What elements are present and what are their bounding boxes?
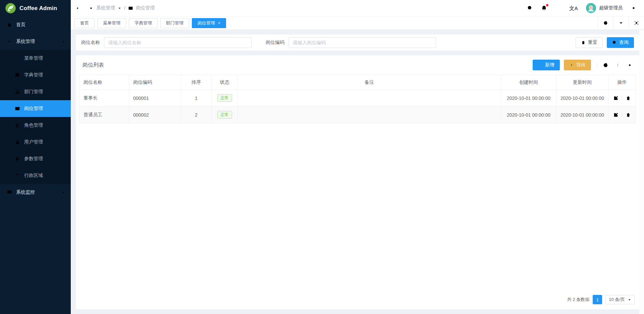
close-icon[interactable]: × <box>218 21 220 25</box>
search-form-card: 岗位名称 岗位编码 重置 查询 <box>76 35 639 51</box>
refresh-icon[interactable] <box>603 62 608 68</box>
brand-title: Coffee Admin <box>19 5 57 12</box>
sidebar-item-system-monitor[interactable]: 系统监控 <box>0 184 71 201</box>
sidebar-item-label: 行政区域 <box>24 173 43 179</box>
sidebar-item-department-management[interactable]: 部门管理 <box>0 83 71 100</box>
wrench-icon <box>15 156 20 162</box>
chevron-down-icon <box>61 190 65 194</box>
post-table: 岗位名称 岗位编码 排序 状态 备注 创建时间 更新时间 操作 董事长 <box>79 75 636 123</box>
column-settings-gear-icon[interactable] <box>627 62 633 68</box>
tab-label: 字典管理 <box>135 20 152 26</box>
post-list-card: 岗位列表 新增 导出 <box>76 55 639 309</box>
cell-status: 正常 <box>212 107 238 123</box>
tab-dictionary-management[interactable]: 字典管理 <box>129 18 158 28</box>
brand-logo[interactable]: Coffee Admin <box>0 0 71 16</box>
chevron-down-icon[interactable] <box>118 6 121 10</box>
cell-post-code: 000001 <box>129 90 181 107</box>
status-badge: 正常 <box>217 111 232 119</box>
tab-post-management[interactable]: 岗位管理 × <box>192 18 226 28</box>
sidebar-item-label: 系统管理 <box>16 39 35 45</box>
maximize-icon <box>634 20 639 25</box>
sidebar-item-label: 字典管理 <box>24 72 43 78</box>
page-1-button[interactable]: 1 <box>593 295 602 304</box>
avatar[interactable] <box>586 3 596 13</box>
edit-icon[interactable] <box>613 112 619 118</box>
table-row: 董事长 000001 1 正常 2020-10-01 00:00:00 2020… <box>79 90 636 107</box>
sidebar-item-label: 菜单管理 <box>24 55 43 61</box>
sidebar-item-label: 首页 <box>16 22 25 28</box>
tab-options-button[interactable] <box>613 16 629 29</box>
cell-sort: 1 <box>181 90 212 107</box>
cell-post-name: 普通员工 <box>79 107 129 123</box>
user-menu[interactable]: 超级管理员 <box>586 3 623 13</box>
sidebar-item-post-management[interactable]: 岗位管理 <box>0 100 71 117</box>
export-button[interactable]: 导出 <box>564 60 591 70</box>
plus-icon <box>538 63 543 67</box>
cell-post-name: 董事长 <box>79 90 129 107</box>
sidebar-item-home[interactable]: 首页 <box>0 16 71 33</box>
query-button[interactable]: 查询 <box>607 37 634 48</box>
gear-icon <box>89 6 94 11</box>
sidebar-item-label: 部门管理 <box>24 89 43 95</box>
cell-created: 2020-10-01 00:00:00 <box>501 90 556 107</box>
sidebar-item-dictionary-management[interactable]: 字典管理 <box>0 67 71 83</box>
app-root: Coffee Admin 首页 系统管理 菜单管理 字典管理 <box>0 0 644 314</box>
delete-trash-icon[interactable] <box>626 96 631 101</box>
chevron-down-icon <box>628 298 631 302</box>
menu-list-icon <box>15 56 20 61</box>
add-button[interactable]: 新增 <box>533 60 560 70</box>
breadcrumb-current: 岗位管理 <box>136 5 155 11</box>
cell-sort: 2 <box>181 107 212 123</box>
edit-icon[interactable] <box>613 96 619 101</box>
page-size-select[interactable]: 10 条/页 <box>605 295 635 304</box>
sidebar-item-system-management[interactable]: 系统管理 <box>0 33 71 50</box>
sidebar-item-user-management[interactable]: 用户管理 <box>0 134 71 150</box>
sidebar-item-administrative-region[interactable]: 行政区域 <box>0 167 71 184</box>
tab-label: 岗位管理 <box>198 20 215 26</box>
translate-icon[interactable]: 文A <box>569 6 578 11</box>
sidebar-item-label: 系统监控 <box>16 189 35 195</box>
post-name-field-group: 岗位名称 <box>81 37 252 48</box>
download-icon <box>569 63 574 67</box>
post-code-field-group: 岗位编码 <box>266 37 436 48</box>
home-icon <box>7 22 12 27</box>
breadcrumb-parent[interactable]: 系统管理 <box>96 5 115 11</box>
tab-menu-management[interactable]: 菜单管理 <box>97 18 126 28</box>
scrollbar-track[interactable] <box>639 30 644 314</box>
cell-created: 2020-10-01 00:00:00 <box>501 107 556 123</box>
search-icon[interactable] <box>527 5 533 11</box>
id-badge-icon <box>15 106 20 111</box>
column-header-post-name: 岗位名称 <box>79 75 129 90</box>
post-code-input[interactable] <box>288 37 436 48</box>
monitor-icon <box>7 190 12 195</box>
tab-department-management[interactable]: 部门管理 <box>160 18 189 28</box>
column-header-status: 状态 <box>212 75 238 90</box>
refresh-tab-button[interactable] <box>598 16 613 29</box>
cell-actions <box>608 90 636 107</box>
topbar: 系统管理 / 岗位管理 文A <box>71 0 644 16</box>
reset-button[interactable]: 重置 <box>576 37 603 48</box>
trash-icon <box>581 40 586 45</box>
tab-home[interactable]: 首页 <box>74 18 95 28</box>
post-name-input[interactable] <box>104 37 252 48</box>
column-header-post-code: 岗位编码 <box>129 75 181 90</box>
sidebar-item-role-management[interactable]: 角色管理 <box>0 117 71 134</box>
maximize-content-button[interactable] <box>629 16 644 29</box>
sidebar: Coffee Admin 首页 系统管理 菜单管理 字典管理 <box>0 0 71 314</box>
table-header-row: 岗位名称 岗位编码 排序 状态 备注 创建时间 更新时间 操作 <box>79 75 636 90</box>
settings-gear-icon[interactable] <box>631 5 637 11</box>
cell-remark <box>238 107 501 123</box>
page-size-value: 10 条/页 <box>609 297 625 303</box>
fullscreen-icon[interactable] <box>555 5 561 11</box>
search-icon <box>612 40 617 45</box>
page-content: 岗位名称 岗位编码 重置 查询 <box>71 30 644 314</box>
cell-updated: 2020-10-01 00:00:00 <box>556 107 608 123</box>
tabbar: 首页 菜单管理 字典管理 部门管理 岗位管理 × <box>71 16 644 30</box>
row-height-icon[interactable] <box>615 62 621 68</box>
column-header-created: 创建时间 <box>501 75 556 90</box>
notifications-button[interactable] <box>541 5 547 11</box>
delete-trash-icon[interactable] <box>626 112 631 118</box>
collapse-sidebar-icon[interactable] <box>76 5 83 11</box>
sidebar-item-parameter-management[interactable]: 参数管理 <box>0 150 71 167</box>
sidebar-item-menu-management[interactable]: 菜单管理 <box>0 50 71 67</box>
